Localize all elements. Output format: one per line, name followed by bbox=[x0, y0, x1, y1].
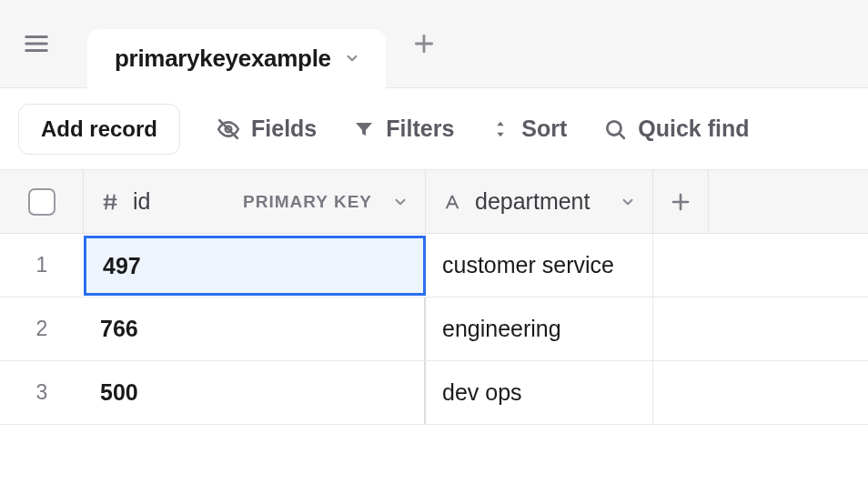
chevron-down-icon bbox=[392, 194, 409, 210]
quick-find-button[interactable]: Quick find bbox=[603, 116, 749, 142]
sort-label: Sort bbox=[521, 116, 567, 142]
table-row[interactable]: 2766engineering bbox=[0, 297, 868, 361]
svg-line-12 bbox=[113, 195, 115, 208]
cell-id[interactable]: 500 bbox=[84, 361, 426, 424]
menu-button[interactable] bbox=[16, 24, 56, 64]
filters-label: Filters bbox=[386, 116, 454, 142]
fields-button[interactable]: Fields bbox=[217, 116, 317, 142]
add-tab-button[interactable] bbox=[404, 24, 444, 64]
table-row[interactable]: 1497customer service bbox=[0, 234, 868, 297]
svg-line-8 bbox=[620, 133, 624, 137]
cell-department[interactable]: engineering bbox=[426, 297, 653, 360]
chevron-down-icon bbox=[620, 194, 636, 210]
plus-icon bbox=[412, 32, 436, 55]
row-number[interactable]: 3 bbox=[0, 361, 84, 424]
svg-line-11 bbox=[106, 195, 107, 208]
row-number[interactable]: 1 bbox=[0, 234, 84, 297]
eye-off-icon bbox=[217, 117, 240, 141]
cell-id[interactable]: 766 bbox=[84, 297, 426, 360]
select-all-cell[interactable] bbox=[0, 170, 84, 233]
select-all-checkbox[interactable] bbox=[28, 188, 56, 216]
fields-label: Fields bbox=[251, 116, 317, 142]
text-icon bbox=[442, 192, 462, 212]
column-name: department bbox=[475, 188, 590, 215]
table-row[interactable]: 3500dev ops bbox=[0, 361, 868, 425]
add-record-button[interactable]: Add record bbox=[18, 104, 180, 155]
column-name: id bbox=[133, 188, 150, 215]
header-row: id PRIMARY KEY department bbox=[0, 170, 868, 234]
primary-key-badge: PRIMARY KEY bbox=[243, 192, 372, 212]
data-grid: id PRIMARY KEY department 1497customer s… bbox=[0, 170, 868, 425]
sort-button[interactable]: Sort bbox=[490, 116, 567, 142]
hamburger-icon bbox=[23, 30, 50, 57]
plus-icon bbox=[670, 191, 691, 213]
add-column-button[interactable] bbox=[653, 170, 709, 233]
filters-button[interactable]: Filters bbox=[353, 116, 454, 142]
table-tab-label: primarykeyexample bbox=[115, 45, 331, 73]
cell-department[interactable]: dev ops bbox=[426, 361, 653, 424]
search-icon bbox=[603, 117, 627, 141]
column-header-department[interactable]: department bbox=[426, 170, 653, 233]
cell-id[interactable]: 497 bbox=[84, 236, 426, 296]
filter-icon bbox=[353, 118, 375, 140]
hash-icon bbox=[100, 192, 120, 212]
cell-department[interactable]: customer service bbox=[426, 234, 653, 297]
sort-icon bbox=[490, 117, 510, 141]
column-header-id[interactable]: id PRIMARY KEY bbox=[84, 170, 426, 233]
chevron-down-icon bbox=[344, 50, 360, 66]
table-tab[interactable]: primarykeyexample bbox=[87, 29, 386, 88]
quick-find-label: Quick find bbox=[638, 116, 749, 142]
row-number[interactable]: 2 bbox=[0, 297, 84, 360]
